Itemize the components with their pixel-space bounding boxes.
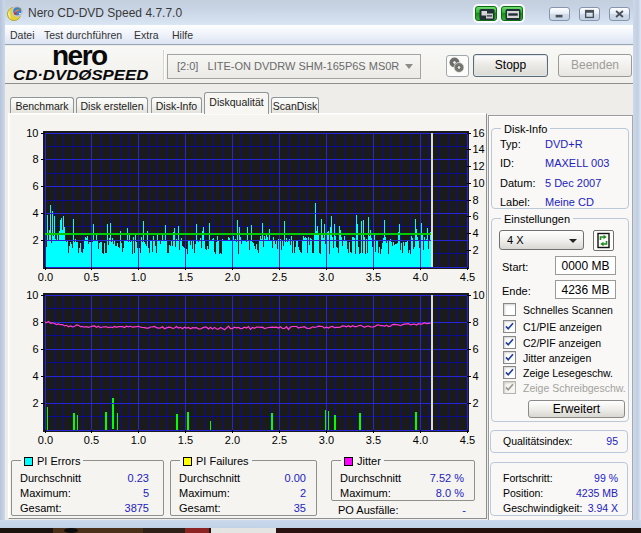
window-border-bottom <box>0 520 641 528</box>
checkbox-label: C1/PIE anzeigen <box>523 320 602 333</box>
title-bar[interactable]: Nero CD-DVD Speed 4.7.7.0 <box>0 0 641 25</box>
progress-row-value: 3.94 X <box>588 502 618 514</box>
tab-disk-erstellen[interactable]: Disk erstellen <box>76 97 148 114</box>
quit-button[interactable]: Beenden <box>558 54 632 77</box>
stat-group-pi-failures: PI FailuresDurchschnitt0.00Maximum:2Gesa… <box>170 460 317 516</box>
checkbox-zeige-lesegeschw-[interactable] <box>503 366 516 379</box>
stat-group-jitter: JitterDurchschnitt7.52 %Maximum:8.0 % <box>331 460 475 501</box>
stat-label: Durchschnitt <box>179 472 240 484</box>
stat-label: Durchschnitt <box>20 472 81 484</box>
end-label: Ende: <box>502 285 531 297</box>
settings-caption: Einstellungen <box>501 213 573 225</box>
checkbox-label: C2/PIF anzeigen <box>523 336 601 349</box>
disk-info-row-label: ID: <box>500 157 514 169</box>
svg-text:4.5: 4.5 <box>460 434 475 446</box>
cd-dvd-speed-logo: CD·DVDØSPEED <box>13 68 148 81</box>
stat-value: 35 <box>294 502 306 514</box>
progress-row-label: Position: <box>503 487 543 499</box>
close-icon <box>610 8 629 20</box>
menu-hilfe[interactable]: Hilfe <box>172 29 193 41</box>
stat-value: 7.52 % <box>430 472 464 484</box>
disk-info-caption: Disk-Info <box>501 123 550 135</box>
quality-index-value: 95 <box>606 435 618 447</box>
checkbox-label: Schnelles Scannen <box>523 303 613 316</box>
menu-datei[interactable]: Datei <box>10 29 35 41</box>
stat-value: 0.00 <box>285 472 306 484</box>
stat-value: 3875 <box>125 502 149 514</box>
scan-speed-select[interactable]: 4 X <box>499 230 584 250</box>
eject-button[interactable] <box>446 55 469 77</box>
checkbox-zeige-schreibgeschw-[interactable] <box>503 381 516 394</box>
stat-value: 5 <box>143 487 149 499</box>
svg-text:2: 2 <box>473 397 479 409</box>
window-border-right <box>633 0 641 533</box>
checkbox-c1-pie-anzeigen[interactable] <box>503 320 516 333</box>
desktop-strip <box>0 528 641 533</box>
maximize-button[interactable] <box>579 7 600 21</box>
refresh-icon <box>594 231 613 250</box>
svg-text:2.0: 2.0 <box>225 434 240 446</box>
stop-button[interactable]: Stopp <box>473 54 548 77</box>
settings-group: Einstellungen 4 X Start: 0000 MB Ende: 4… <box>491 218 629 422</box>
checkbox-label: Zeige Schreibgeschw. <box>523 381 626 394</box>
progress-group: Fortschritt:99 %Position:4235 MBGeschwin… <box>490 462 628 516</box>
legend-swatch <box>344 457 353 466</box>
stat-caption: Jitter <box>357 455 381 467</box>
svg-text:4: 4 <box>32 370 38 382</box>
end-input[interactable]: 4236 MB <box>555 280 616 299</box>
capture-window-button[interactable] <box>475 6 497 21</box>
tab-diskqualitaet[interactable]: Diskqualität <box>204 92 269 114</box>
svg-text:10: 10 <box>26 289 38 301</box>
toolbar: nero CD·DVDØSPEED [2:0] LITE-ON DVDRW SH… <box>0 46 641 84</box>
disk-info-row-value: Meine CD <box>545 196 594 208</box>
advanced-button[interactable]: Erweitert <box>528 400 625 418</box>
minimize-icon <box>550 8 569 20</box>
refresh-button[interactable] <box>593 230 614 251</box>
disk-info-row-label: Datum: <box>500 177 535 189</box>
checkbox-label: Zeige Lesegeschw. <box>523 366 613 379</box>
toolbar-separator <box>163 50 165 80</box>
stat-label: Maximum: <box>20 487 71 499</box>
checkbox-c2-pif-anzeigen[interactable] <box>503 336 516 349</box>
progress-row-label: Fortschritt: <box>503 472 553 484</box>
svg-text:0.0: 0.0 <box>38 434 53 446</box>
quality-index-group: Qualitätsindex: 95 <box>490 430 628 453</box>
tab-scandisk[interactable]: ScanDisk <box>271 97 319 114</box>
svg-text:1.0: 1.0 <box>131 434 146 446</box>
start-label: Start: <box>502 261 528 273</box>
menu-extra[interactable]: Extra <box>134 29 159 41</box>
maximize-icon <box>580 8 599 20</box>
disk-info-row-label: Label: <box>500 196 530 208</box>
svg-text:0.5: 0.5 <box>84 434 99 446</box>
checkbox-schnelles-scannen[interactable] <box>503 303 516 316</box>
checkbox-jitter-anzeigen[interactable] <box>503 351 516 364</box>
capture-window-icon <box>477 8 497 21</box>
tab-benchmark[interactable]: Benchmark <box>10 97 74 114</box>
svg-text:2.5: 2.5 <box>272 434 287 446</box>
legend-swatch <box>183 457 192 466</box>
start-input[interactable]: 0000 MB <box>555 256 616 275</box>
window-title: Nero CD-DVD Speed 4.7.7.0 <box>28 6 182 20</box>
svg-text:4: 4 <box>473 370 479 382</box>
svg-text:6: 6 <box>473 343 479 355</box>
progress-row-value: 99 % <box>594 472 618 484</box>
app-cd-icon <box>7 5 23 21</box>
quality-index-label: Qualitätsindex: <box>503 435 572 447</box>
tab-disk-info[interactable]: Disk-Info <box>151 97 202 114</box>
disk-info-group: Disk-Info Typ:DVD+RID:MAXELL 003Datum:5 … <box>491 128 629 209</box>
close-button[interactable] <box>609 7 630 21</box>
disk-info-row-value: 5 Dec 2007 <box>545 177 601 189</box>
stat-value: 2 <box>300 487 306 499</box>
window-border-left <box>0 0 5 533</box>
stat-label: Gesamt: <box>179 502 221 514</box>
capture-region-button[interactable] <box>501 6 523 21</box>
minimize-button[interactable] <box>549 7 570 21</box>
stat-caption: PI Failures <box>196 455 249 467</box>
svg-text:8: 8 <box>473 316 479 328</box>
svg-text:1.5: 1.5 <box>178 434 193 446</box>
disk-info-row-label: Typ: <box>500 138 521 150</box>
progress-row-value: 4235 MB <box>576 487 618 499</box>
drive-select[interactable]: [2:0] LITE-ON DVDRW SHM-165P6S MS0R <box>167 54 421 79</box>
stat-label: Gesamt: <box>20 502 62 514</box>
svg-text:10: 10 <box>473 289 485 301</box>
